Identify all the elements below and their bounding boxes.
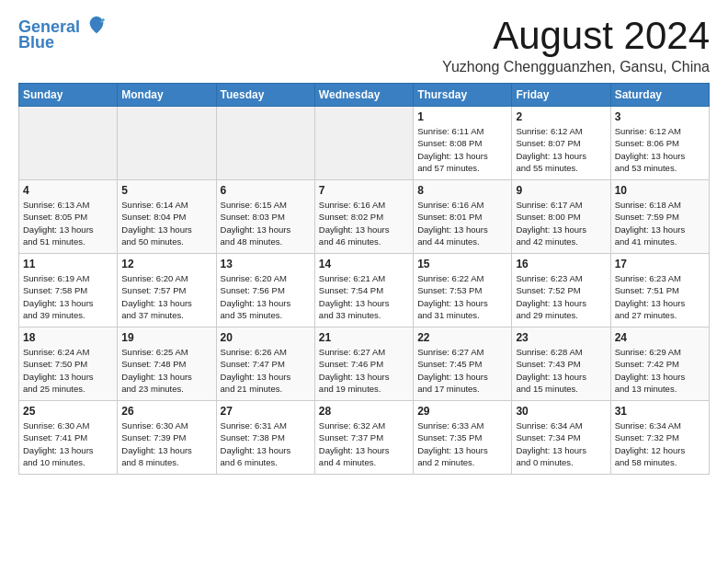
calendar-cell: 6Sunrise: 6:15 AM Sunset: 8:03 PM Daylig… xyxy=(216,180,314,254)
day-info: Sunrise: 6:18 AM Sunset: 7:59 PM Dayligh… xyxy=(615,199,705,247)
day-info: Sunrise: 6:24 AM Sunset: 7:50 PM Dayligh… xyxy=(23,346,113,395)
calendar-cell: 4Sunrise: 6:13 AM Sunset: 8:05 PM Daylig… xyxy=(19,180,118,254)
calendar-cell: 18Sunrise: 6:24 AM Sunset: 7:50 PM Dayli… xyxy=(19,327,118,401)
day-info: Sunrise: 6:19 AM Sunset: 7:58 PM Dayligh… xyxy=(23,272,113,321)
day-info: Sunrise: 6:16 AM Sunset: 8:01 PM Dayligh… xyxy=(417,199,507,247)
day-number: 25 xyxy=(23,405,113,418)
weekday-header-friday: Friday xyxy=(512,84,610,107)
day-number: 1 xyxy=(417,110,507,123)
calendar-cell: 20Sunrise: 6:26 AM Sunset: 7:47 PM Dayli… xyxy=(216,327,314,401)
month-title: August 2024 xyxy=(442,15,710,57)
title-area: August 2024 Yuzhong Chengguanzhen, Gansu… xyxy=(442,15,710,75)
day-number: 18 xyxy=(23,331,113,344)
calendar-cell: 3Sunrise: 6:12 AM Sunset: 8:06 PM Daylig… xyxy=(610,107,709,180)
day-number: 10 xyxy=(615,184,705,197)
header: General Blue August 2024 Yuzhong Chenggu… xyxy=(18,15,710,75)
calendar-cell: 5Sunrise: 6:14 AM Sunset: 8:04 PM Daylig… xyxy=(118,180,216,254)
day-info: Sunrise: 6:34 AM Sunset: 7:34 PM Dayligh… xyxy=(516,419,606,468)
calendar-cell: 24Sunrise: 6:29 AM Sunset: 7:42 PM Dayli… xyxy=(610,327,709,401)
day-info: Sunrise: 6:14 AM Sunset: 8:04 PM Dayligh… xyxy=(121,199,211,247)
day-number: 27 xyxy=(221,405,311,418)
day-info: Sunrise: 6:32 AM Sunset: 7:37 PM Dayligh… xyxy=(319,419,409,468)
calendar-week-4: 18Sunrise: 6:24 AM Sunset: 7:50 PM Dayli… xyxy=(19,327,710,401)
day-number: 5 xyxy=(121,184,211,197)
calendar-cell xyxy=(118,107,216,180)
calendar-cell: 26Sunrise: 6:30 AM Sunset: 7:39 PM Dayli… xyxy=(118,401,216,475)
day-info: Sunrise: 6:11 AM Sunset: 8:08 PM Dayligh… xyxy=(417,125,507,174)
day-number: 7 xyxy=(319,184,409,197)
day-number: 28 xyxy=(319,405,409,418)
calendar-cell: 11Sunrise: 6:19 AM Sunset: 7:58 PM Dayli… xyxy=(19,254,118,327)
calendar-cell: 22Sunrise: 6:27 AM Sunset: 7:45 PM Dayli… xyxy=(414,327,512,401)
day-info: Sunrise: 6:26 AM Sunset: 7:47 PM Dayligh… xyxy=(221,346,311,395)
calendar-cell: 28Sunrise: 6:32 AM Sunset: 7:37 PM Dayli… xyxy=(314,401,413,475)
day-number: 19 xyxy=(121,331,211,344)
logo: General Blue xyxy=(18,18,107,52)
calendar-cell: 13Sunrise: 6:20 AM Sunset: 7:56 PM Dayli… xyxy=(216,254,314,327)
calendar-week-5: 25Sunrise: 6:30 AM Sunset: 7:41 PM Dayli… xyxy=(19,401,710,475)
day-number: 15 xyxy=(417,258,507,270)
day-number: 31 xyxy=(615,405,705,418)
day-number: 20 xyxy=(221,331,311,344)
day-number: 30 xyxy=(516,405,606,418)
calendar-cell: 2Sunrise: 6:12 AM Sunset: 8:07 PM Daylig… xyxy=(512,107,610,180)
day-number: 17 xyxy=(615,258,705,270)
day-info: Sunrise: 6:30 AM Sunset: 7:41 PM Dayligh… xyxy=(23,419,113,468)
day-number: 23 xyxy=(516,331,606,344)
day-info: Sunrise: 6:30 AM Sunset: 7:39 PM Dayligh… xyxy=(121,419,211,468)
calendar-cell: 8Sunrise: 6:16 AM Sunset: 8:01 PM Daylig… xyxy=(414,180,512,254)
day-number: 24 xyxy=(615,331,705,344)
day-number: 2 xyxy=(516,110,606,123)
day-number: 14 xyxy=(319,258,409,270)
day-info: Sunrise: 6:27 AM Sunset: 7:45 PM Dayligh… xyxy=(417,346,507,395)
weekday-header-thursday: Thursday xyxy=(414,84,512,107)
day-number: 6 xyxy=(221,184,311,197)
day-number: 11 xyxy=(23,258,113,270)
calendar-cell: 19Sunrise: 6:25 AM Sunset: 7:48 PM Dayli… xyxy=(118,327,216,401)
calendar-cell: 9Sunrise: 6:17 AM Sunset: 8:00 PM Daylig… xyxy=(512,180,610,254)
weekday-header-tuesday: Tuesday xyxy=(216,84,314,107)
weekday-header-wednesday: Wednesday xyxy=(314,84,413,107)
calendar-table: SundayMondayTuesdayWednesdayThursdayFrid… xyxy=(18,83,710,475)
day-info: Sunrise: 6:27 AM Sunset: 7:46 PM Dayligh… xyxy=(319,346,409,395)
day-info: Sunrise: 6:16 AM Sunset: 8:02 PM Dayligh… xyxy=(319,199,409,247)
day-number: 13 xyxy=(221,258,311,270)
day-number: 22 xyxy=(417,331,507,344)
logo-icon xyxy=(86,15,107,35)
day-number: 26 xyxy=(121,405,211,418)
calendar-cell: 16Sunrise: 6:23 AM Sunset: 7:52 PM Dayli… xyxy=(512,254,610,327)
day-info: Sunrise: 6:23 AM Sunset: 7:52 PM Dayligh… xyxy=(516,272,606,321)
calendar-cell: 31Sunrise: 6:34 AM Sunset: 7:32 PM Dayli… xyxy=(610,401,709,475)
calendar-cell xyxy=(314,107,413,180)
day-info: Sunrise: 6:34 AM Sunset: 7:32 PM Dayligh… xyxy=(615,419,705,468)
day-number: 3 xyxy=(615,110,705,123)
day-number: 12 xyxy=(121,258,211,270)
day-info: Sunrise: 6:25 AM Sunset: 7:48 PM Dayligh… xyxy=(121,346,211,395)
day-info: Sunrise: 6:17 AM Sunset: 8:00 PM Dayligh… xyxy=(516,199,606,247)
calendar-cell: 14Sunrise: 6:21 AM Sunset: 7:54 PM Dayli… xyxy=(314,254,413,327)
day-info: Sunrise: 6:28 AM Sunset: 7:43 PM Dayligh… xyxy=(516,346,606,395)
calendar-week-3: 11Sunrise: 6:19 AM Sunset: 7:58 PM Dayli… xyxy=(19,254,710,327)
calendar-cell: 23Sunrise: 6:28 AM Sunset: 7:43 PM Dayli… xyxy=(512,327,610,401)
calendar-cell: 27Sunrise: 6:31 AM Sunset: 7:38 PM Dayli… xyxy=(216,401,314,475)
day-number: 4 xyxy=(23,184,113,197)
calendar-cell: 1Sunrise: 6:11 AM Sunset: 8:08 PM Daylig… xyxy=(414,107,512,180)
day-info: Sunrise: 6:21 AM Sunset: 7:54 PM Dayligh… xyxy=(319,272,409,321)
calendar-cell: 25Sunrise: 6:30 AM Sunset: 7:41 PM Dayli… xyxy=(19,401,118,475)
day-number: 29 xyxy=(417,405,507,418)
day-info: Sunrise: 6:20 AM Sunset: 7:57 PM Dayligh… xyxy=(121,272,211,321)
weekday-header-saturday: Saturday xyxy=(610,84,709,107)
day-info: Sunrise: 6:29 AM Sunset: 7:42 PM Dayligh… xyxy=(615,346,705,395)
day-info: Sunrise: 6:15 AM Sunset: 8:03 PM Dayligh… xyxy=(221,199,311,247)
calendar-cell: 15Sunrise: 6:22 AM Sunset: 7:53 PM Dayli… xyxy=(414,254,512,327)
location-title: Yuzhong Chengguanzhen, Gansu, China xyxy=(442,59,710,75)
calendar-cell xyxy=(216,107,314,180)
day-info: Sunrise: 6:22 AM Sunset: 7:53 PM Dayligh… xyxy=(417,272,507,321)
day-number: 9 xyxy=(516,184,606,197)
calendar-cell: 12Sunrise: 6:20 AM Sunset: 7:57 PM Dayli… xyxy=(118,254,216,327)
weekday-header-row: SundayMondayTuesdayWednesdayThursdayFrid… xyxy=(19,84,710,107)
weekday-header-sunday: Sunday xyxy=(19,84,118,107)
calendar-cell: 29Sunrise: 6:33 AM Sunset: 7:35 PM Dayli… xyxy=(414,401,512,475)
day-info: Sunrise: 6:23 AM Sunset: 7:51 PM Dayligh… xyxy=(615,272,705,321)
day-info: Sunrise: 6:20 AM Sunset: 7:56 PM Dayligh… xyxy=(221,272,311,321)
